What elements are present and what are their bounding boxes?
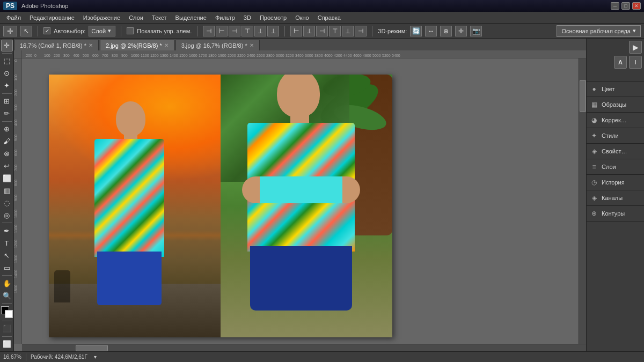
left-shirt (94, 139, 164, 257)
tab-1-label: 16,7% (Слой 1, RGB/8) * (20, 42, 86, 49)
adjustments-panel-item[interactable]: ◕ Коррек… (587, 113, 644, 128)
left-pants (97, 252, 162, 305)
3d-zoom-icon[interactable]: ⊕ (440, 26, 452, 36)
brush-tool[interactable]: 🖌 (1, 136, 13, 147)
zoom-tool[interactable]: 🔍 (1, 290, 13, 301)
autoselect-dropdown[interactable]: Слой ▾ (89, 26, 115, 36)
shape-tool[interactable]: ▭ (1, 262, 13, 274)
align-top-icon[interactable]: ⊤ (241, 26, 253, 36)
menu-file[interactable]: Файл (2, 13, 25, 22)
distribute-2-icon[interactable]: ⊣ (316, 26, 328, 36)
menu-help[interactable]: Справка (313, 13, 345, 22)
align-middle-icon[interactable]: ⊥ (254, 26, 266, 36)
selection-tool[interactable]: ⬚ (1, 55, 13, 67)
distribute-h-icon[interactable]: ⊢ (290, 26, 302, 36)
document-viewport[interactable] (22, 58, 579, 344)
right-pants (250, 246, 352, 311)
color-panel-item[interactable]: ● Цвет (587, 82, 644, 97)
right-head (277, 75, 320, 117)
menu-window[interactable]: Окно (291, 13, 313, 22)
hand-tool[interactable]: ✋ (1, 277, 13, 289)
screen-toggle-btn[interactable]: ⬜ (1, 338, 13, 350)
maximize-button[interactable]: □ (621, 2, 630, 10)
menu-filter[interactable]: Фильтр (211, 13, 239, 22)
history-brush-tool[interactable]: ↩ (1, 160, 13, 172)
tab-1-close[interactable]: ✕ (89, 42, 93, 48)
menu-3d[interactable]: 3D (239, 13, 255, 22)
minimize-button[interactable]: ─ (611, 2, 619, 10)
styles-panel-item[interactable]: ✦ Стили (587, 128, 644, 143)
3d-camera-icon[interactable]: 📷 (470, 26, 482, 36)
swatches-icon: ▦ (590, 100, 598, 109)
tab-3[interactable]: 3.jpg @ 16,7% (RGB/8) * ✕ (175, 40, 260, 50)
dodge-tool[interactable]: ◎ (1, 209, 13, 221)
distribute-v-icon[interactable]: ⊥ (303, 26, 315, 36)
panel-text-icon[interactable]: I (629, 56, 642, 69)
crop-tool[interactable]: ⊞ (1, 95, 13, 107)
distribute-3-icon[interactable]: ⊤ (329, 26, 341, 36)
menu-edit[interactable]: Редактирование (25, 13, 79, 22)
dropdown-arrow-icon: ▾ (108, 27, 111, 34)
3d-move-icon[interactable]: ✛ (455, 26, 467, 36)
fg-bg-color[interactable] (1, 306, 13, 318)
history-panel-item[interactable]: ◷ История (587, 175, 644, 190)
menu-view[interactable]: Просмотр (255, 13, 291, 22)
gradient-tool[interactable]: ▥ (1, 184, 13, 196)
3d-orbit-icon[interactable]: 🔄 (410, 26, 422, 36)
align-left-icon[interactable]: ⊣ (203, 26, 215, 36)
blur-tool[interactable]: ◌ (1, 197, 13, 209)
tab-3-close[interactable]: ✕ (250, 42, 254, 48)
panel-ai-icon[interactable]: A (614, 56, 627, 69)
tab-2[interactable]: 2.jpg @ 2%(RGB/8) * ✕ (100, 40, 174, 50)
paths-panel-item[interactable]: ⊕ Контуры (587, 206, 644, 221)
align-bottom-icon[interactable]: ⊥ (267, 26, 279, 36)
right-panel: ▶ A I ● Цвет ▦ Образцы ◕ Коррек… (586, 39, 644, 351)
tab-2-close[interactable]: ✕ (164, 42, 169, 48)
menubar: Файл Редактирование Изображение Слои Тек… (0, 12, 644, 24)
align-center-icon[interactable]: ⊢ (216, 26, 228, 36)
workspace-dropdown[interactable]: Основная рабочая среда ▾ (557, 25, 641, 37)
scrollbar-horizontal[interactable] (22, 344, 586, 351)
tab-1[interactable]: 16,7% (Слой 1, RGB/8) * ✕ (14, 40, 99, 50)
showtransform-checkbox[interactable] (127, 27, 134, 34)
swatches-panel-item[interactable]: ▦ Образцы (587, 97, 644, 112)
move-tool[interactable]: ✛ (1, 40, 13, 51)
path-select-tool[interactable]: ↖ (1, 249, 13, 261)
layers-panel-item[interactable]: ≡ Слои (587, 159, 644, 174)
distribute-4-icon[interactable]: ⊥ (342, 26, 354, 36)
titlebar: PS Adobe Photoshop ─ □ ✕ (0, 0, 644, 12)
spot-heal-tool[interactable]: ⊕ (1, 123, 13, 135)
3d-pan-icon[interactable]: ↔ (425, 26, 437, 36)
quickselect-tool[interactable]: ✦ (1, 80, 13, 92)
canvas-area[interactable]: 16,7% (Слой 1, RGB/8) * ✕ 2.jpg @ 2%(RGB… (14, 39, 586, 351)
eyedropper-tool[interactable]: ✏ (1, 108, 13, 120)
separator-1 (38, 26, 38, 36)
tool-sep-5 (2, 275, 12, 276)
scrollbar-vertical[interactable] (579, 58, 586, 344)
properties-panel-item[interactable]: ◈ Свойст… (587, 144, 644, 159)
autoselect-checkbox[interactable]: ✓ (43, 27, 50, 34)
align-right-icon[interactable]: ⊣ (229, 26, 240, 36)
distribute-5-icon[interactable]: ⊣ (355, 26, 367, 36)
background-color[interactable] (5, 310, 13, 318)
menu-text[interactable]: Текст (148, 13, 171, 22)
options-bar: ✛ ↖ ✓ Автовыбор: Слой ▾ Показать упр. эл… (0, 24, 644, 39)
panel-icons-row1: ▶ (629, 41, 642, 54)
menu-select[interactable]: Выделение (171, 13, 211, 22)
file-info-arrow[interactable]: ▾ (94, 354, 97, 360)
panel-play-icon[interactable]: ▶ (629, 41, 642, 54)
channels-panel-item[interactable]: ◈ Каналы (587, 190, 644, 205)
clone-tool[interactable]: ⊗ (1, 148, 13, 160)
canvas-document (49, 75, 392, 337)
styles-section: ✦ Стили (587, 128, 644, 144)
menu-layers[interactable]: Слои (125, 13, 148, 22)
pen-tool[interactable]: ✒ (1, 225, 13, 237)
lasso-tool[interactable]: ⊙ (1, 68, 13, 79)
eraser-tool[interactable]: ⬜ (1, 173, 13, 184)
showtransform-label: Показать упр. элем. (137, 28, 192, 34)
text-tool[interactable]: T (1, 237, 13, 249)
close-button[interactable]: ✕ (632, 2, 641, 10)
menu-image[interactable]: Изображение (79, 13, 125, 22)
paths-icon: ⊕ (590, 209, 598, 218)
screen-mode-btn[interactable]: ⬛ (1, 323, 13, 335)
